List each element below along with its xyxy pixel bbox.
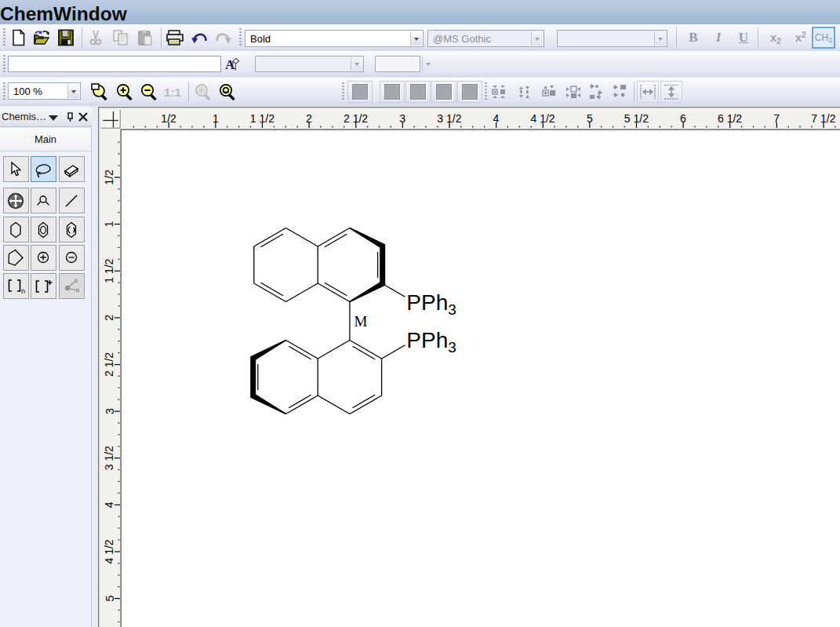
svg-text:6 1/2: 6 1/2 bbox=[718, 112, 742, 125]
svg-text:3: 3 bbox=[104, 408, 116, 414]
svg-text:1: 1 bbox=[213, 112, 219, 125]
svg-text:5: 5 bbox=[587, 112, 593, 125]
svg-text:1/2: 1/2 bbox=[161, 112, 176, 125]
svg-text:2 1/2: 2 1/2 bbox=[344, 112, 368, 125]
svg-text:7: 7 bbox=[773, 112, 780, 125]
svg-text:3: 3 bbox=[399, 112, 405, 125]
svg-text:4 1/2: 4 1/2 bbox=[531, 112, 555, 125]
svg-text:1:1: 1:1 bbox=[164, 85, 182, 98]
svg-text:2: 2 bbox=[306, 112, 312, 125]
svg-text:5: 5 bbox=[104, 595, 116, 601]
svg-text:3 1/2: 3 1/2 bbox=[437, 112, 461, 125]
svg-text:1 1/2: 1 1/2 bbox=[104, 258, 116, 283]
svg-text:M: M bbox=[355, 313, 368, 330]
svg-text:4: 4 bbox=[493, 112, 500, 125]
svg-text:4: 4 bbox=[104, 501, 116, 508]
svg-text:1/2: 1/2 bbox=[104, 170, 116, 185]
svg-text:2 1/2: 2 1/2 bbox=[104, 352, 116, 377]
svg-text:n: n bbox=[21, 287, 25, 295]
svg-text:1 1/2: 1 1/2 bbox=[250, 112, 275, 125]
svg-text:2: 2 bbox=[104, 315, 116, 321]
svg-text:4 1/2: 4 1/2 bbox=[104, 539, 116, 563]
svg-text:1: 1 bbox=[104, 221, 116, 227]
svg-text:3 1/2: 3 1/2 bbox=[104, 446, 116, 470]
svg-text:6: 6 bbox=[680, 112, 686, 125]
svg-text:5 1/2: 5 1/2 bbox=[624, 112, 649, 125]
svg-text:7 1/2: 7 1/2 bbox=[811, 112, 835, 125]
